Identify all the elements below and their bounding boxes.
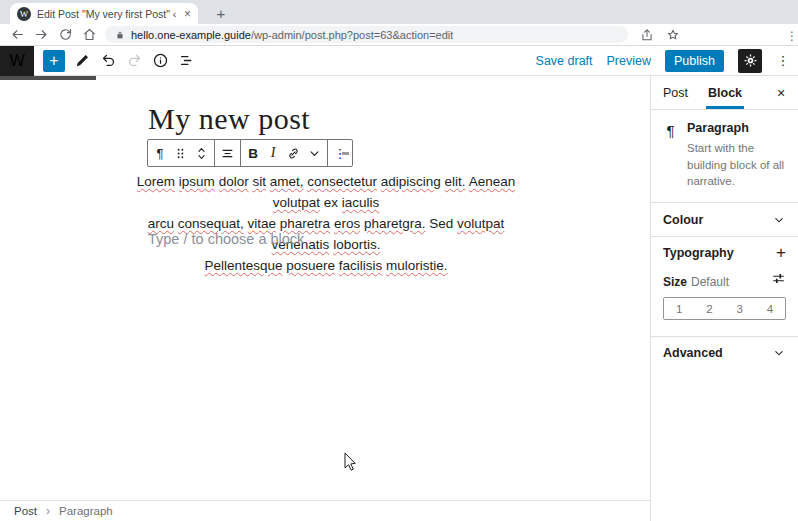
font-size-option-4[interactable]: 4 [755,298,785,319]
screen: W Edit Post "My very first Post" ‹ on × … [0,0,798,521]
word: muloristie. [386,258,448,273]
font-size-label: Size [663,275,687,289]
editor-canvas: My new post ¶ B I ⋮ Lorem ipsum dolor si… [0,76,650,500]
word: arcu [148,216,174,231]
drag-handle-icon [173,146,188,161]
star-icon[interactable] [666,28,680,42]
word: posuere [286,258,335,273]
font-size-value: Default [691,275,729,289]
tab-post[interactable]: Post [653,76,698,109]
italic-button[interactable]: I [263,140,283,166]
editor-header: W + Save draft Preview Publish ⋮ [0,46,798,76]
typography-options-button[interactable]: + [776,243,786,263]
new-tab-button[interactable]: + [212,4,230,22]
tab-title: Edit Post "My very first Post" ‹ on [37,8,178,20]
reload-icon[interactable] [58,27,73,42]
paragraph-line: Pellentesque posuere facilisis muloristi… [130,255,522,276]
breadcrumb-separator: › [46,504,50,518]
browser-tabstrip: W Edit Post "My very first Post" ‹ on × … [0,0,798,24]
word: elit. [445,174,466,189]
word: ex [324,195,338,210]
breadcrumb-item-post[interactable]: Post [14,505,37,517]
url-domain: hello.one-example.guide [131,29,251,41]
redo-button[interactable] [123,50,145,72]
align-center-icon [220,146,235,161]
tools-button[interactable] [71,50,93,72]
word: adipiscing [381,174,441,189]
undo-button[interactable] [97,50,119,72]
tab-close-icon[interactable]: × [184,8,191,20]
settings-toggle-button[interactable] [738,49,762,73]
breadcrumb-item-paragraph[interactable]: Paragraph [59,505,113,517]
chevron-down-icon [772,346,786,360]
word: volutpat [457,216,504,231]
word: consectetur [307,174,377,189]
undo-icon [100,52,117,69]
font-size-settings-button[interactable] [771,271,786,290]
block-appender[interactable]: Type / to choose a block [148,231,304,247]
word: dolor [219,174,249,189]
lock-icon [115,30,125,40]
word: amet, [270,174,304,189]
more-formats-button[interactable] [304,140,325,166]
back-icon[interactable] [10,27,25,42]
word: lobortis. [333,237,380,252]
word: Aenean [469,174,516,189]
publish-button[interactable]: Publish [665,50,724,72]
url-path: /wp-admin/post.php?post=63&action=edit [251,29,453,41]
block-card-description: Start with the building block of all nar… [687,140,788,190]
sidebar-tabs: Post Block × [651,76,798,110]
gear-icon [743,53,758,68]
paragraph-block-button[interactable]: ¶ [150,140,170,166]
pencil-icon [74,52,91,69]
align-button[interactable] [217,140,238,166]
text-caret-fragment [342,152,349,155]
link-icon [286,146,301,161]
block-card: ¶ Paragraph Start with the building bloc… [651,110,798,203]
address-bar[interactable]: hello.one-example.guide/wp-admin/post.ph… [105,26,628,43]
font-size-option-2[interactable]: 2 [694,298,724,319]
bold-button[interactable]: B [243,140,263,166]
font-size-option-3[interactable]: 3 [725,298,755,319]
browser-tab[interactable]: W Edit Post "My very first Post" ‹ on × [10,3,198,24]
settings-sidebar: Post Block × ¶ Paragraph Start with the … [650,76,798,521]
wordpress-logo-button[interactable]: W [0,46,34,76]
panel-typography-label: Typography [663,246,734,260]
font-size-option-1[interactable]: 1 [664,298,694,319]
save-draft-button[interactable]: Save draft [536,54,593,68]
typography-body: SizeDefault 1234 [651,269,798,336]
url-text: hello.one-example.guide/wp-admin/post.ph… [131,29,453,41]
forward-icon[interactable] [34,27,49,42]
info-icon [152,52,169,69]
post-title-input[interactable]: My new post [148,102,310,136]
preview-button[interactable]: Preview [607,54,651,68]
close-icon[interactable]: × [772,84,790,102]
panel-advanced[interactable]: Advanced [651,336,798,369]
paragraph-line: Lorem ipsum dolor sit amet, consectetur … [130,171,522,213]
home-icon[interactable] [82,27,97,42]
paragraph-block[interactable]: Lorem ipsum dolor sit amet, consectetur … [130,171,522,276]
panel-colour-label: Colour [663,213,703,227]
panel-advanced-label: Advanced [663,346,723,360]
drag-handle[interactable] [170,140,191,166]
move-block-button[interactable] [191,140,212,166]
word: facilisis [339,258,383,273]
share-icon[interactable] [640,28,654,42]
tab-block[interactable]: Block [698,76,752,109]
word: Lorem [137,174,175,189]
list-view-button[interactable] [175,50,197,72]
breadcrumb: Post›Paragraph [0,500,650,521]
sliders-icon [771,271,786,286]
details-button[interactable] [149,50,171,72]
tab-favicon-wordpress: W [17,7,31,21]
browser-kebab-icon[interactable]: ⋮ [786,29,798,43]
options-kebab-icon[interactable]: ⋮ [776,53,790,68]
link-button[interactable] [283,140,304,166]
move-up-down-icon [194,146,209,161]
mouse-cursor [344,452,357,471]
block-inserter-button[interactable]: + [43,50,65,72]
word: sit [252,174,266,189]
panel-colour[interactable]: Colour [651,203,798,236]
paragraph-icon: ¶ [157,146,164,161]
word: ipsum [179,174,215,189]
